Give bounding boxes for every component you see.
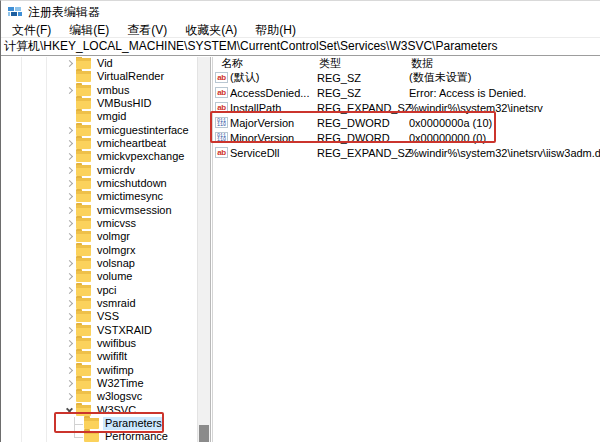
address-bar[interactable]: 计算机\HKEY_LOCAL_MACHINE\SYSTEM\CurrentCon… [1, 38, 600, 56]
tree-item-parameters[interactable]: Parameters [1, 417, 197, 430]
tree-item-label: vmicguestinterface [95, 124, 191, 137]
tree-item-label: VMBusHID [95, 97, 153, 110]
tree-item-volume[interactable]: volume [1, 270, 197, 283]
value-row-[interactable]: ab(默认)REG_SZ(数值未设置) [213, 70, 600, 85]
cell-name: AccessDenied... [230, 87, 317, 99]
tree-item-label: volmgr [95, 230, 132, 243]
chevron-right-icon[interactable] [63, 350, 76, 363]
tree-item-vmictimesync[interactable]: vmictimesync [1, 190, 197, 203]
string-value-icon: ab [215, 72, 228, 83]
tree-item-vmgid[interactable]: vmgid [1, 110, 197, 123]
menu-edit[interactable]: 编辑(E) [60, 23, 118, 38]
chevron-right-icon[interactable] [63, 324, 76, 337]
tree-item-vmicvss[interactable]: vmicvss [1, 217, 197, 230]
tree-item-volmgr[interactable]: volmgr [1, 230, 197, 243]
tree-item-vstxraid[interactable]: VSTXRAID [1, 324, 197, 337]
tree-item-vwifibus[interactable]: vwifibus [1, 337, 197, 350]
chevron-right-icon[interactable] [63, 204, 76, 217]
chevron-right-icon[interactable] [63, 230, 76, 243]
dword-value-icon: 011110 [215, 117, 228, 128]
cell-type: REG_SZ [317, 87, 409, 99]
chevron-placeholder [63, 97, 76, 110]
chevron-right-icon[interactable] [63, 217, 76, 230]
tree-item-w3logsvc[interactable]: w3logsvc [1, 390, 197, 403]
folder-icon [76, 271, 91, 282]
tree-item-vmbushid[interactable]: VMBusHID [1, 97, 197, 110]
folder-icon [76, 311, 91, 322]
value-row-minorversion[interactable]: 011110MinorVersionREG_DWORD0x00000000 (0… [213, 130, 600, 145]
menu-view[interactable]: 查看(V) [118, 23, 176, 38]
value-row-installpath[interactable]: abInstallPathREG_EXPAND_SZ%windir%\syste… [213, 100, 600, 115]
tree-item-vpci[interactable]: vpci [1, 284, 197, 297]
chevron-right-icon[interactable] [63, 310, 76, 323]
tree-item-vmbus[interactable]: vmbus [1, 84, 197, 97]
chevron-right-icon[interactable] [63, 257, 76, 270]
chevron-down-icon[interactable] [63, 404, 76, 417]
folder-icon [76, 231, 91, 242]
tree-item-vmicshutdown[interactable]: vmicshutdown [1, 177, 197, 190]
tree-item-label: vwifibus [95, 337, 138, 350]
folder-icon [76, 285, 91, 296]
tree-item-vmicrdv[interactable]: vmicrdv [1, 164, 197, 177]
folder-icon [76, 258, 91, 269]
chevron-right-icon[interactable] [63, 377, 76, 390]
menu-file[interactable]: 文件(F) [3, 23, 60, 38]
tree-item-virtualrender[interactable]: VirtualRender [1, 70, 197, 83]
tree-item-label: vmicvss [95, 217, 138, 230]
tree-item-volmgrx[interactable]: volmgrx [1, 244, 197, 257]
chevron-right-icon[interactable] [63, 164, 76, 177]
scrollbar-thumb[interactable] [199, 425, 209, 442]
chevron-right-icon[interactable] [63, 150, 76, 163]
chevron-right-icon[interactable] [63, 390, 76, 403]
tree-item-vss[interactable]: VSS [1, 310, 197, 323]
tree-item-w32time[interactable]: W32Time [1, 377, 197, 390]
folder-icon [76, 71, 91, 82]
string-value-icon: ab [215, 102, 228, 113]
value-row-accessdenied[interactable]: abAccessDenied...REG_SZError: Access is … [213, 85, 600, 100]
tree-item-vsmraid[interactable]: vsmraid [1, 297, 197, 310]
window-title: 注册表编辑器 [28, 4, 100, 21]
tree-item-label: vmickvpexchange [95, 150, 186, 163]
chevron-right-icon[interactable] [63, 337, 76, 350]
tree-connector-line [71, 430, 84, 442]
chevron-right-icon[interactable] [63, 124, 76, 137]
chevron-right-icon[interactable] [63, 57, 76, 70]
tree-item-performance[interactable]: Performance [1, 430, 197, 442]
value-row-servicedll[interactable]: abServiceDllREG_EXPAND_SZ%windir%\system… [213, 145, 600, 160]
folder-icon [76, 125, 91, 136]
menu-favorites[interactable]: 收藏夹(A) [176, 23, 246, 38]
column-header-type[interactable]: 类型 [319, 56, 411, 71]
tree-item-vid[interactable]: Vid [1, 57, 197, 70]
folder-icon [76, 58, 91, 69]
tree-item-label: W32Time [95, 377, 146, 390]
tree-item-vmicvmsession[interactable]: vmicvmsession [1, 204, 197, 217]
chevron-right-icon[interactable] [63, 84, 76, 97]
cell-name: InstallPath [230, 102, 317, 114]
value-row-majorversion[interactable]: 011110MajorVersionREG_DWORD0x0000000a (1… [213, 115, 600, 130]
chevron-right-icon[interactable] [63, 297, 76, 310]
chevron-right-icon[interactable] [63, 284, 76, 297]
tree-item-volsnap[interactable]: volsnap [1, 257, 197, 270]
chevron-right-icon[interactable] [63, 190, 76, 203]
tree-vertical-scrollbar[interactable] [197, 57, 211, 442]
chevron-right-icon[interactable] [63, 137, 76, 150]
tree-item-vwifimp[interactable]: vwifimp [1, 364, 197, 377]
tree-item-vmicguestinterface[interactable]: vmicguestinterface [1, 124, 197, 137]
column-header-name[interactable]: 名称 [221, 56, 319, 71]
chevron-right-icon[interactable] [63, 270, 76, 283]
tree-item-label: vmictimesync [95, 190, 165, 203]
menu-help[interactable]: 帮助(H) [246, 23, 305, 38]
folder-icon [76, 191, 91, 202]
tree-item-vmickvpexchange[interactable]: vmickvpexchange [1, 150, 197, 163]
tree-item-label: w3logsvc [95, 390, 144, 403]
chevron-right-icon[interactable] [63, 364, 76, 377]
tree-item-w3svc[interactable]: W3SVC [1, 404, 197, 417]
tree-item-label: W3SVC [95, 404, 138, 417]
folder-icon [76, 111, 91, 122]
tree-item-vmicheartbeat[interactable]: vmicheartbeat [1, 137, 197, 150]
tree-item-label: vmbus [95, 84, 131, 97]
tree-item-vwififlt[interactable]: vwififlt [1, 350, 197, 363]
column-header-data[interactable]: 数据 [411, 56, 600, 71]
folder-icon [76, 351, 91, 362]
chevron-right-icon[interactable] [63, 177, 76, 190]
